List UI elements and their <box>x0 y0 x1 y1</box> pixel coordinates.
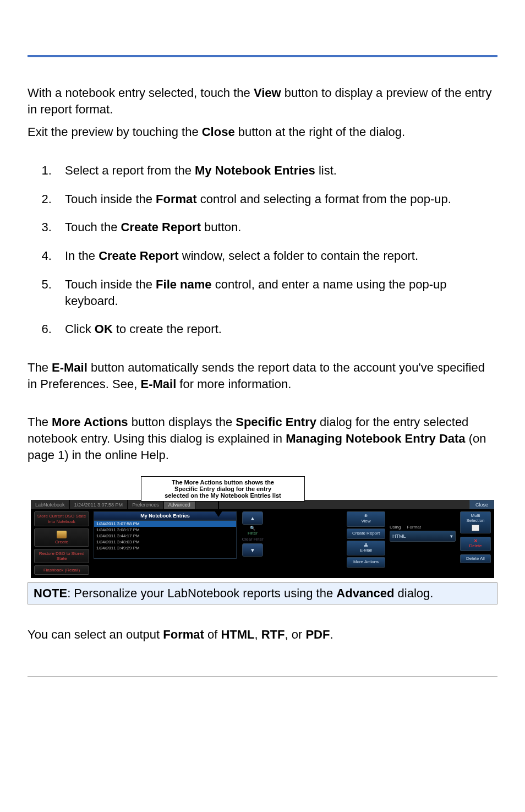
view-label: View <box>361 519 370 524</box>
text: for more information. <box>176 377 291 391</box>
callout-line: selected on the My Notebook Entries list <box>146 492 300 499</box>
callout-arrow-head <box>214 510 223 517</box>
text: The <box>28 415 52 429</box>
bold-view: View <box>254 86 281 100</box>
step-3: Touch the Create Report button. <box>55 219 497 236</box>
right-column: Multi Selection Delete Delete All <box>460 511 491 575</box>
panel-gap <box>269 511 342 575</box>
note-label: NOTE <box>34 586 67 600</box>
bold: HTML <box>221 628 254 641</box>
text: Select a report from the <box>65 164 195 177</box>
delete-button[interactable]: Delete <box>460 537 491 551</box>
store-state-button[interactable]: Store Current DSO State into Notebook <box>34 511 89 526</box>
text: With a notebook entry selected, touch th… <box>28 86 254 100</box>
bold: My Notebook Entries <box>195 164 315 177</box>
email-paragraph: The E-Mail button automatically sends th… <box>28 359 497 392</box>
callout-box: The More Actions button shows the Specif… <box>141 476 305 502</box>
bold: Advanced <box>336 586 394 600</box>
more-actions-paragraph: The More Actions button displays the Spe… <box>28 414 497 463</box>
text: to create the report. <box>113 322 222 336</box>
scroll-up-button[interactable]: ▲ <box>242 511 263 525</box>
format-select[interactable]: HTML ▾ <box>390 531 456 542</box>
more-actions-button[interactable]: More Actions <box>347 557 385 568</box>
dialog-body: Store Current DSO State into Notebook Cr… <box>31 509 494 578</box>
using-label: Using <box>390 525 401 530</box>
view-button[interactable]: 👁View <box>347 511 385 527</box>
text: , or <box>285 628 306 641</box>
format-label: Format <box>407 525 421 530</box>
clear-filter-button[interactable]: Clear Filter <box>242 537 263 542</box>
intro-paragraph-1: With a notebook entry selected, touch th… <box>28 85 497 117</box>
text: dialog. <box>394 586 433 600</box>
bold: PDF <box>305 628 330 641</box>
text: , <box>255 628 261 641</box>
bold: RTF <box>261 628 285 641</box>
bold: Create Report <box>121 220 201 234</box>
list-item[interactable]: 1/24/2011 3:08:17 PM <box>94 527 236 533</box>
tab-datetime[interactable]: 1/24/2011 3:07:58 PM <box>70 500 128 509</box>
text: control and selecting a format from the … <box>197 192 451 206</box>
text: Touch inside the <box>65 277 156 291</box>
create-button[interactable]: Create <box>34 528 89 547</box>
text: You can select an output <box>28 628 163 641</box>
callout-line: Specific Entry dialog for the entry <box>146 486 300 492</box>
format-value: HTML <box>392 533 406 539</box>
text: button displays the <box>128 415 236 429</box>
filter-button[interactable]: 🔍 Filter <box>248 526 258 536</box>
bold: OK <box>95 322 113 336</box>
step-2: Touch inside the Format control and sele… <box>55 191 497 208</box>
delete-all-button[interactable]: Delete All <box>460 554 491 564</box>
text: Touch inside the <box>65 192 156 206</box>
text: list. <box>315 164 337 177</box>
text: button. <box>201 220 241 234</box>
bold: Create Report <box>99 249 178 263</box>
note-box: NOTE: Personalize your LabNotebook repor… <box>28 582 497 604</box>
step-5: Touch inside the File name control, and … <box>55 276 497 309</box>
list-item[interactable]: 1/24/2011 3:44:17 PM <box>94 533 236 539</box>
bold: File name <box>156 277 211 291</box>
screenshot-figure: The More Actions button shows the Specif… <box>28 473 497 581</box>
multi-selection-button[interactable]: Multi Selection <box>460 511 491 533</box>
create-report-button[interactable]: Create Report <box>347 528 385 539</box>
text: The <box>28 361 52 374</box>
bold: Managing Notebook Entry Data <box>286 432 465 445</box>
text: Click <box>65 322 95 336</box>
flashback-button[interactable]: Flashback (Recall) <box>34 565 89 575</box>
output-format-paragraph: You can select an output Format of HTML,… <box>28 626 497 643</box>
chevron-down-icon: ▾ <box>450 533 453 539</box>
bold: E-Mail <box>140 377 176 391</box>
step-1: Select a report from the My Notebook Ent… <box>55 162 497 179</box>
list-item[interactable]: 1/24/2011 3:48:03 PM <box>94 539 236 545</box>
email-label: E-Mail <box>360 548 373 553</box>
text: : Personalize your LabNotebook reports u… <box>67 586 336 600</box>
step-6: Click OK to create the report. <box>55 321 497 337</box>
text: window, select a folder to contain the r… <box>179 249 418 263</box>
close-button[interactable]: Close <box>469 500 494 509</box>
bold: E-Mail <box>52 361 88 374</box>
entries-list[interactable]: 1/24/2011 3:07:58 PM 1/24/2011 3:08:17 P… <box>94 520 237 559</box>
divider-top <box>28 55 497 57</box>
divider-bottom <box>28 676 497 677</box>
delete-label: Delete <box>469 543 482 548</box>
text: Touch the <box>65 220 121 234</box>
entries-column: My Notebook Entries 1/24/2011 3:07:58 PM… <box>94 511 237 575</box>
list-item[interactable]: 1/24/2011 3:49:29 PM <box>94 545 236 551</box>
restore-state-button[interactable]: Restore DSO to Stored State <box>34 549 89 563</box>
email-button[interactable]: 🖶E-Mail <box>347 541 385 556</box>
left-column: Store Current DSO State into Notebook Cr… <box>34 511 89 575</box>
bold: Format <box>163 628 204 641</box>
steps-list: Select a report from the My Notebook Ent… <box>44 162 497 337</box>
scroll-down-button[interactable]: ▼ <box>242 543 263 557</box>
list-item[interactable]: 1/24/2011 3:07:58 PM <box>94 521 236 527</box>
text: Exit the preview by touching the <box>28 125 202 139</box>
filter-label: Filter <box>248 531 258 536</box>
step-4: In the Create Report window, select a fo… <box>55 248 497 264</box>
format-column: Using Format HTML ▾ <box>390 511 456 575</box>
bold: Specific Entry <box>236 415 316 429</box>
tab-labnotebook[interactable]: LabNotebook <box>31 500 70 509</box>
text: of <box>204 628 221 641</box>
checkbox-icon <box>472 525 479 531</box>
bold: More Actions <box>52 415 128 429</box>
bold: Format <box>156 192 197 206</box>
eye-icon: 👁 <box>364 514 368 519</box>
